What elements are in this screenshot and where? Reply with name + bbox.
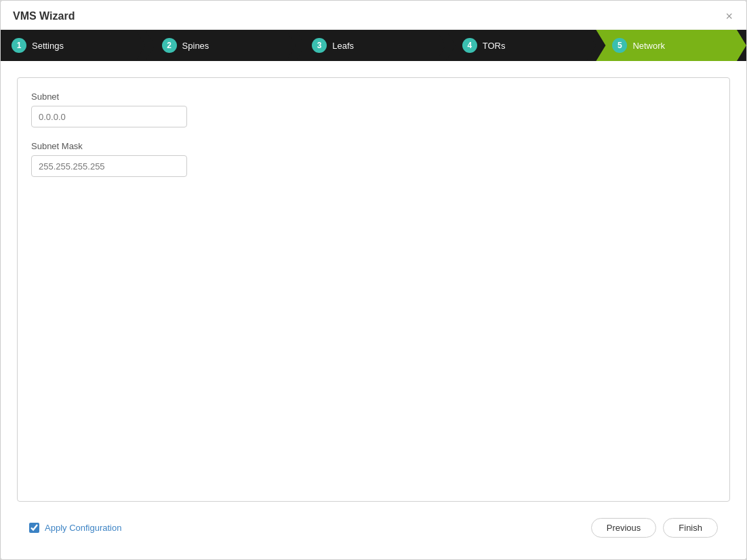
apply-config-label[interactable]: Apply Configuration (45, 523, 121, 533)
step-label-5: Network (632, 41, 665, 51)
step-number-3: 3 (312, 38, 327, 53)
wizard-steps: 1 Settings 2 Spines 3 Leafs 4 TORs 5 Net… (1, 30, 746, 61)
dialog-title: VMS Wizard (13, 10, 75, 22)
step-number-1: 1 (12, 38, 26, 53)
step-settings[interactable]: 1 Settings (1, 30, 146, 61)
step-label-3: Leafs (332, 41, 354, 51)
close-button[interactable]: × (724, 10, 734, 22)
subnet-label: Subnet (31, 92, 716, 102)
subnet-mask-label: Subnet Mask (31, 141, 716, 151)
vms-wizard-dialog: VMS Wizard × 1 Settings 2 Spines 3 Leafs… (0, 0, 747, 560)
dialog-footer: Apply Configuration Previous Finish (17, 513, 730, 548)
subnet-mask-input[interactable] (31, 155, 187, 177)
apply-config-group: Apply Configuration (29, 523, 121, 533)
step-tors[interactable]: 4 TORs (446, 30, 597, 61)
footer-buttons: Previous Finish (591, 518, 718, 538)
previous-button[interactable]: Previous (591, 518, 657, 538)
step-label-2: Spines (182, 41, 209, 51)
subnet-input[interactable] (31, 106, 187, 127)
dialog-header: VMS Wizard × (1, 1, 746, 30)
subnet-field-group: Subnet (31, 92, 716, 127)
step-number-5: 5 (612, 38, 627, 53)
step-network[interactable]: 5 Network (596, 30, 746, 61)
step-number-4: 4 (462, 38, 477, 53)
step-number-2: 2 (162, 38, 177, 53)
apply-config-checkbox[interactable] (29, 523, 39, 533)
content-area: Subnet Subnet Mask (17, 77, 730, 502)
dialog-body: Subnet Subnet Mask Apply Configuration P… (1, 61, 746, 559)
step-label-4: TORs (483, 41, 506, 51)
step-spines[interactable]: 2 Spines (146, 30, 296, 61)
step-leafs[interactable]: 3 Leafs (296, 30, 446, 61)
step-label-1: Settings (32, 41, 64, 51)
finish-button[interactable]: Finish (663, 518, 718, 538)
subnet-mask-field-group: Subnet Mask (31, 141, 716, 177)
